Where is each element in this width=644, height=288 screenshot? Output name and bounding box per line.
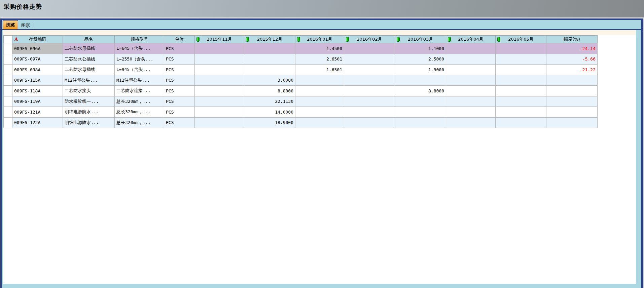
cell-m2016-04[interactable] <box>446 65 496 75</box>
cell-m2016-01[interactable] <box>295 107 344 118</box>
cell-spec[interactable]: 总长320mm，... <box>115 96 164 107</box>
cell-m2015-12[interactable]: 8.8000 <box>244 86 295 96</box>
column-header-unit[interactable]: 单位 <box>164 36 195 43</box>
cell-name[interactable]: 二芯防水接头 <box>63 86 115 96</box>
column-header-change[interactable]: 幅度(%) <box>546 36 598 43</box>
cell-indicator[interactable] <box>4 75 12 86</box>
column-header-m2015-12[interactable]: 2015年12月 <box>244 36 295 43</box>
cell-m2015-11[interactable] <box>195 86 244 96</box>
cell-m2015-11[interactable] <box>195 96 244 107</box>
cell-m2016-04[interactable] <box>446 117 496 128</box>
cell-m2016-04[interactable] <box>446 54 496 65</box>
cell-m2016-04[interactable] <box>446 75 496 86</box>
cell-m2016-02[interactable] <box>344 43 395 54</box>
cell-spec[interactable]: 二芯防水连接... <box>115 86 164 96</box>
cell-change[interactable] <box>546 96 598 107</box>
column-header-m2016-03[interactable]: 2016年03月 <box>395 36 446 43</box>
cell-m2016-03[interactable]: 2.5000 <box>395 54 446 65</box>
cell-spec[interactable]: 总长320mm，... <box>115 117 164 128</box>
cell-name[interactable]: 明纬电源防水... <box>63 117 115 128</box>
cell-m2016-05[interactable] <box>496 54 546 65</box>
cell-name[interactable]: M12注塑公头... <box>63 75 115 86</box>
column-header-m2015-11[interactable]: 2015年11月 <box>195 36 244 43</box>
cell-code[interactable]: 009FS-097A <box>12 54 63 65</box>
cell-m2016-03[interactable] <box>395 117 446 128</box>
cell-code[interactable]: 009FS-118A <box>12 86 63 96</box>
cell-m2015-11[interactable] <box>195 107 244 118</box>
cell-m2016-01[interactable]: 1.6501 <box>295 65 344 75</box>
cell-m2015-11[interactable] <box>195 75 244 86</box>
cell-m2016-02[interactable] <box>344 54 395 65</box>
cell-m2016-01[interactable] <box>295 75 344 86</box>
cell-indicator[interactable] <box>4 117 12 128</box>
tab-browse[interactable]: 浏览 <box>3 20 18 29</box>
cell-unit[interactable]: PCS <box>164 43 195 54</box>
cell-change[interactable]: -21.22 <box>546 65 598 75</box>
cell-m2016-05[interactable] <box>496 96 546 107</box>
cell-indicator[interactable] <box>4 43 12 54</box>
cell-unit[interactable]: PCS <box>164 65 195 75</box>
cell-spec[interactable]: L=2550（含头... <box>115 54 164 65</box>
cell-m2016-02[interactable] <box>344 75 395 86</box>
cell-m2015-12[interactable] <box>244 43 295 54</box>
cell-change[interactable] <box>546 86 598 96</box>
cell-unit[interactable]: PCS <box>164 96 195 107</box>
cell-m2016-02[interactable] <box>344 86 395 96</box>
column-header-spec[interactable]: 规格型号 <box>115 36 164 43</box>
cell-unit[interactable]: PCS <box>164 107 195 118</box>
cell-m2016-04[interactable] <box>446 43 496 54</box>
cell-unit[interactable]: PCS <box>164 86 195 96</box>
cell-name[interactable]: 防水橡胶线一... <box>63 96 115 107</box>
cell-code[interactable]: 009FS-098A <box>12 65 63 75</box>
cell-code[interactable]: 009FS-121A <box>12 107 63 118</box>
column-header-m2016-02[interactable]: 2016年02月 <box>344 36 395 43</box>
cell-m2015-12[interactable]: 22.1130 <box>244 96 295 107</box>
cell-m2016-02[interactable] <box>344 65 395 75</box>
cell-m2015-12[interactable]: 18.9000 <box>244 117 295 128</box>
cell-code[interactable]: 009FS-096A <box>12 43 63 54</box>
cell-change[interactable]: -5.66 <box>546 54 598 65</box>
cell-change[interactable] <box>546 117 598 128</box>
cell-m2016-03[interactable] <box>395 96 446 107</box>
cell-m2015-11[interactable] <box>195 43 244 54</box>
cell-spec[interactable]: L=645（含头... <box>115 43 164 54</box>
cell-m2016-01[interactable] <box>295 86 344 96</box>
cell-m2015-11[interactable] <box>195 54 244 65</box>
cell-unit[interactable]: PCS <box>164 117 195 128</box>
cell-name[interactable]: 二芯防水母插线 <box>63 65 115 75</box>
cell-m2016-01[interactable] <box>295 96 344 107</box>
cell-indicator[interactable] <box>4 96 12 107</box>
cell-unit[interactable]: PCS <box>164 75 195 86</box>
cell-m2015-12[interactable]: 14.0000 <box>244 107 295 118</box>
cell-m2016-05[interactable] <box>496 86 546 96</box>
cell-m2015-11[interactable] <box>195 65 244 75</box>
cell-code[interactable]: 009FS-122A <box>12 117 63 128</box>
cell-m2016-03[interactable] <box>395 75 446 86</box>
cell-name[interactable]: 二芯防水母插线 <box>63 43 115 54</box>
cell-spec[interactable]: M12注塑公头... <box>115 75 164 86</box>
cell-m2016-05[interactable] <box>496 75 546 86</box>
cell-change[interactable] <box>546 75 598 86</box>
cell-code[interactable]: 009FS-119A <box>12 96 63 107</box>
cell-m2016-05[interactable] <box>496 117 546 128</box>
column-header-m2016-01[interactable]: 2016年01月 <box>295 36 344 43</box>
tab-graph[interactable]: 图形 <box>18 22 33 29</box>
cell-m2016-02[interactable] <box>344 117 395 128</box>
cell-name[interactable]: 二芯防水公插线 <box>63 54 115 65</box>
cell-m2016-02[interactable] <box>344 107 395 118</box>
cell-spec[interactable]: L=945（含头... <box>115 65 164 75</box>
cell-indicator[interactable] <box>4 54 12 65</box>
cell-m2016-03[interactable]: 1.3000 <box>395 65 446 75</box>
cell-m2016-01[interactable] <box>295 117 344 128</box>
cell-m2015-12[interactable] <box>244 65 295 75</box>
column-header-m2016-04[interactable]: 2016年04月 <box>446 36 496 43</box>
column-header-name[interactable]: 品名 <box>63 36 115 43</box>
cell-indicator[interactable] <box>4 86 12 96</box>
cell-m2016-01[interactable]: 1.4500 <box>295 43 344 54</box>
cell-m2016-04[interactable] <box>446 107 496 118</box>
cell-m2015-12[interactable] <box>244 54 295 65</box>
cell-m2016-03[interactable]: 1.1000 <box>395 43 446 54</box>
cell-m2015-12[interactable]: 3.0000 <box>244 75 295 86</box>
column-header-code[interactable]: A存货编码 <box>12 36 63 43</box>
cell-indicator[interactable] <box>4 107 12 118</box>
